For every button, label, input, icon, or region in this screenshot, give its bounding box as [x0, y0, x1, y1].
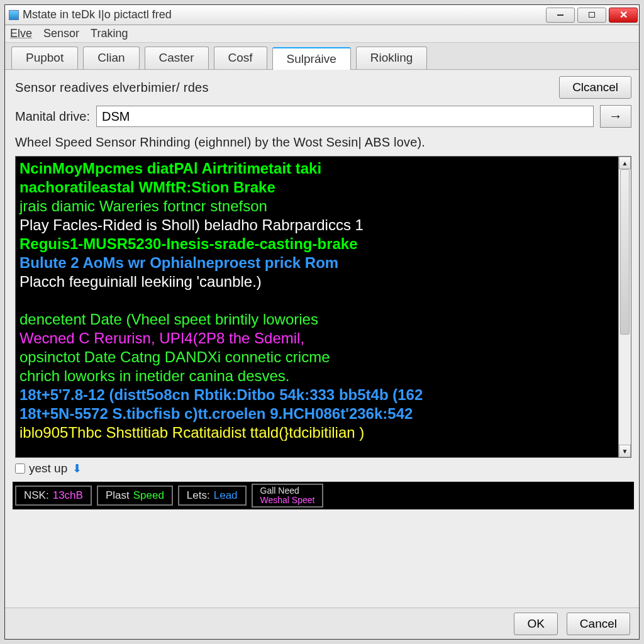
- status-nsk: NSK: 13chB: [15, 486, 92, 506]
- status-strip: NSK: 13chB Plast Speed Lets: Lead Gall N…: [13, 482, 634, 509]
- status-lets: Lets: Lead: [178, 486, 247, 506]
- status-lets-label: Lets:: [187, 489, 210, 502]
- description-text: Wheel Speed Sensor Rhinding (eighnnel) b…: [15, 135, 631, 150]
- scrollbar[interactable]: ▲ ▼: [618, 157, 631, 457]
- minimize-icon: [557, 14, 564, 16]
- status-plast: Plast Speed: [97, 486, 173, 506]
- console-line: [19, 291, 614, 310]
- tab-clian[interactable]: Clian: [83, 47, 139, 69]
- status-plast-label: Plast: [106, 489, 130, 502]
- section-header-row: Sensor readives elverbimier/ rdes Clcanc…: [15, 76, 631, 99]
- console-line: chrich loworks in inetider canina desves…: [19, 367, 614, 386]
- go-button[interactable]: →: [600, 105, 631, 128]
- window-title: Mstate in teDk I|o pictactl fred: [23, 8, 542, 21]
- menu-elve[interactable]: Elve: [10, 27, 32, 40]
- tab-strip: Pupbot Clian Caster Cosf Sulpráive Riokl…: [5, 43, 639, 70]
- console-line: Wecned C Rerurisn, UPI4(2P8 the Sdemil,: [19, 329, 614, 348]
- clcancel-button[interactable]: Clcancel: [559, 76, 631, 99]
- console-line: Placch feeguiniall leekiing 'caunble.): [19, 272, 614, 291]
- menu-sensor[interactable]: Sensor: [43, 27, 79, 40]
- content-pane: Sensor readives elverbimier/ rdes Clcanc…: [5, 70, 639, 608]
- status-lets-value: Lead: [214, 489, 238, 502]
- titlebar: Mstate in teDk I|o pictactl fred ✕: [5, 5, 639, 25]
- checkbox-label: yest up: [29, 462, 67, 475]
- drive-label: Manital drive:: [15, 109, 90, 124]
- status-gall-bottom: Weshal Speet: [260, 496, 315, 505]
- tab-sulpraive[interactable]: Sulpráive: [272, 47, 351, 70]
- console-line: Reguis1-MUSR5230-Inesis-srade-casting-br…: [19, 235, 614, 253]
- tab-pupbot[interactable]: Pupbot: [11, 47, 78, 69]
- tab-cosf[interactable]: Cosf: [214, 47, 267, 69]
- console-line: opsinctot Date Catng DANDXi connetic cri…: [19, 348, 614, 367]
- checkbox-row: yest up ⬇: [15, 462, 631, 475]
- footer: OK Cancel: [5, 608, 639, 639]
- minimize-button[interactable]: [546, 8, 575, 23]
- app-icon: [9, 10, 19, 20]
- scroll-up-button[interactable]: ▲: [619, 157, 631, 169]
- drive-input[interactable]: [96, 106, 594, 127]
- status-plast-value: Speed: [133, 489, 164, 502]
- status-nsk-label: NSK:: [24, 489, 49, 502]
- yest-up-checkbox[interactable]: [15, 464, 25, 474]
- status-gall: Gall Need Weshal Speet: [252, 484, 324, 507]
- console-line: Bulute 2 AoMs wr Ophialneproest prick Ro…: [19, 253, 614, 272]
- console-wrap: NcinMoyMpcmes diatPAl Airtritimetait tak…: [15, 156, 631, 458]
- cancel-button[interactable]: Cancel: [567, 613, 630, 635]
- console-line: NcinMoyMpcmes diatPAl Airtritimetait tak…: [19, 159, 614, 178]
- console-line: dencetent Date (Vheel speet brintily low…: [19, 310, 614, 329]
- console-line: 18t+5'7.8-12 (distt5o8cn Rbtik:Ditbo 54k…: [19, 386, 614, 404]
- menubar: Elve Sensor Traking: [5, 25, 639, 43]
- window-controls: ✕: [546, 8, 639, 23]
- scroll-thumb[interactable]: [620, 169, 630, 335]
- tab-riokling[interactable]: Riokling: [356, 47, 428, 69]
- maximize-button[interactable]: [577, 8, 606, 23]
- arrow-right-icon: →: [609, 108, 623, 125]
- console-output: NcinMoyMpcmes diatPAl Airtritimetait tak…: [16, 157, 618, 457]
- status-gall-top: Gall Need: [260, 486, 315, 496]
- ok-button[interactable]: OK: [514, 613, 557, 635]
- section-label: Sensor readives elverbimier/ rdes: [15, 80, 209, 95]
- menu-traking[interactable]: Traking: [91, 27, 128, 40]
- close-icon: ✕: [619, 9, 628, 21]
- app-window: Mstate in teDk I|o pictactl fred ✕ Elve …: [4, 4, 640, 640]
- scroll-down-button[interactable]: ▼: [619, 445, 631, 457]
- scroll-track[interactable]: [619, 169, 631, 445]
- console-line: 18t+5N-5572 S.tibcfisb c)tt.croelen 9.HC…: [19, 404, 614, 423]
- console-line: nachoratileastal WMftR:Stion Brake: [19, 178, 614, 197]
- status-nsk-value: 13chB: [53, 489, 83, 502]
- tab-caster[interactable]: Caster: [145, 47, 209, 69]
- download-icon[interactable]: ⬇: [71, 463, 82, 474]
- maximize-icon: [589, 12, 595, 18]
- console-line: jrais diamic Wareries fortncr stnefson: [19, 197, 614, 216]
- console-line: iblo905Thbc Shsttitiab Rcatitaidist ttal…: [19, 423, 614, 442]
- close-button[interactable]: ✕: [609, 8, 638, 23]
- drive-row: Manital drive: →: [15, 105, 631, 128]
- console-line: Play Facles-Rided is Sholl) beladho Rabr…: [19, 216, 614, 235]
